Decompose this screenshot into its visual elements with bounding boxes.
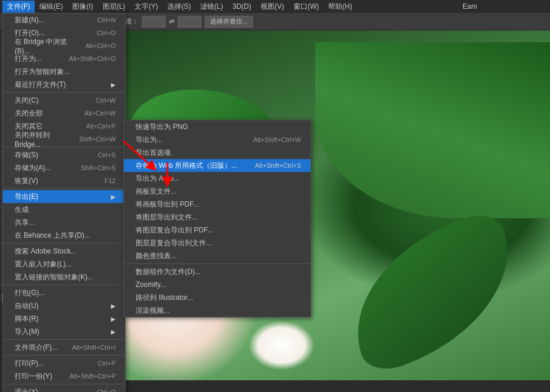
menu-search-stock[interactable]: 搜索 Adobe Stock... bbox=[3, 245, 125, 258]
export-render-video[interactable]: 渲染视频... bbox=[124, 304, 311, 317]
menu-revert[interactable]: 恢复(V) F12 bbox=[3, 174, 125, 187]
menu-print[interactable]: 打印(P)... Ctrl+P bbox=[3, 357, 125, 370]
menu-save-as[interactable]: 存储为(A)... Shift+Ctrl+S bbox=[3, 161, 125, 174]
menu-generate[interactable]: 生成 bbox=[3, 203, 125, 216]
menu-edit[interactable]: 编辑(E) bbox=[35, 1, 68, 13]
export-layer-comps[interactable]: 图层是复合导出到文件... bbox=[124, 236, 311, 249]
export-zoomify[interactable]: Zoomify... bbox=[124, 278, 311, 291]
export-aero[interactable]: 导出为 Aero... bbox=[124, 172, 311, 185]
sep7 bbox=[3, 355, 125, 356]
menu-quit[interactable]: 退出(X) Ctrl+Q bbox=[3, 386, 125, 392]
menu-export[interactable]: 导出(E) ▶ bbox=[3, 190, 125, 203]
menu-new[interactable]: 新建(N)... Ctrl+N bbox=[3, 13, 125, 26]
toolbar-opacity-input[interactable] bbox=[142, 16, 166, 28]
file-menu-dropdown: 新建(N)... Ctrl+N 打开(O)... Ctrl+O 在 Bridge… bbox=[2, 13, 126, 392]
menu-share[interactable]: 共享... bbox=[3, 216, 125, 229]
sep1 bbox=[3, 92, 125, 93]
export-artboards-pdf[interactable]: 将画板导出到 PDF... bbox=[124, 198, 311, 211]
menu-print-one[interactable]: 打印一份(Y) Alt+Shift+Ctrl+P bbox=[3, 370, 125, 383]
menu-bar: 文件(F) 编辑(E) 图像(I) 图层(L) 文字(Y) 选择(S) 滤镜(L… bbox=[0, 0, 550, 13]
menu-place-linked[interactable]: 置入链接的智能对象(K)... bbox=[3, 271, 125, 283]
menu-select[interactable]: 选择(S) bbox=[163, 1, 195, 13]
menu-file[interactable]: 文件(F) bbox=[2, 1, 35, 13]
menu-close-bridge[interactable]: 关闭并转到 Bridge... Shift+Ctrl+W bbox=[3, 133, 125, 146]
menu-view[interactable]: 视图(V) bbox=[256, 1, 289, 13]
export-artboards[interactable]: 画板至文件... bbox=[124, 185, 311, 198]
menu-text[interactable]: 文字(Y) bbox=[130, 1, 163, 13]
sep4 bbox=[3, 243, 125, 244]
export-color-lookup[interactable]: 颜色查找表... bbox=[124, 249, 311, 262]
export-quick[interactable]: 快速导出为 PNG bbox=[124, 120, 311, 133]
export-sep1 bbox=[124, 263, 311, 264]
menu-import[interactable]: 导入(M) ▶ bbox=[3, 325, 125, 338]
menu-scripts[interactable]: 脚本(R) ▶ bbox=[3, 312, 125, 325]
menu-layer[interactable]: 图层(L) bbox=[98, 1, 130, 13]
export-layers-pdf[interactable]: 将图层复合导出到 PDF... bbox=[124, 224, 311, 236]
toolbar-icon-area: ⇌ bbox=[169, 18, 174, 25]
sep6 bbox=[3, 339, 125, 340]
menu-open-smart[interactable]: 打开为智能对象... bbox=[3, 65, 125, 78]
menu-save[interactable]: 存储(S) Ctrl+S bbox=[3, 148, 125, 161]
menu-automate[interactable]: 自动(U) ▶ bbox=[3, 299, 125, 312]
menu-share-behance[interactable]: 在 Behance 上共享(D)... bbox=[3, 229, 125, 242]
menu-help[interactable]: 帮助(H) bbox=[323, 1, 357, 13]
export-layers-files[interactable]: 将图层导出到文件... bbox=[124, 211, 311, 224]
tab-label: Eam bbox=[463, 2, 477, 11]
export-submenu: 快速导出为 PNG 导出为... Alt+Shift+Ctrl+W 导出首选项 … bbox=[123, 120, 311, 317]
menu-bridge[interactable]: 在 Bridge 中浏览(B)... Alt+Ctrl+O bbox=[3, 39, 125, 52]
menu-3d[interactable]: 3D(D) bbox=[228, 1, 256, 12]
menu-file-info[interactable]: 文件简介(F)... Alt+Shift+Ctrl+I bbox=[3, 341, 125, 354]
export-as[interactable]: 导出为... Alt+Shift+Ctrl+W bbox=[124, 133, 311, 146]
menu-recent[interactable]: 最近打开文件(T) ▶ bbox=[3, 78, 125, 91]
export-prefs[interactable]: 导出首选项 bbox=[124, 146, 311, 159]
menu-image[interactable]: 图像(I) bbox=[68, 1, 97, 13]
sep3 bbox=[3, 188, 125, 189]
export-save-web[interactable]: 存储为 Web 所用格式（旧版）... Alt+Shift+Ctrl+S bbox=[124, 159, 311, 172]
menu-package[interactable]: 打包(G)... bbox=[3, 286, 125, 299]
sep5 bbox=[3, 285, 125, 285]
menu-close-all[interactable]: 关闭全部 Alt+Ctrl+W bbox=[3, 107, 125, 120]
export-data-sets[interactable]: 数据组作为文件(D)... bbox=[124, 265, 311, 278]
menu-open-as[interactable]: 打开为... Alt+Shift+Ctrl+O bbox=[3, 52, 125, 65]
export-paths[interactable]: 路径到 Illustrator... bbox=[124, 291, 311, 304]
select-mask-button[interactable]: 选择并遮住... bbox=[205, 16, 253, 28]
menu-filter[interactable]: 滤镜(L) bbox=[195, 1, 228, 13]
toolbar-height-input[interactable] bbox=[178, 16, 201, 28]
menu-close[interactable]: 关闭(C) Ctrl+W bbox=[3, 94, 125, 107]
menu-place-embed[interactable]: 置入嵌入对象(L)... bbox=[3, 258, 125, 271]
menu-window[interactable]: 窗口(W) bbox=[289, 1, 323, 13]
sep8 bbox=[3, 384, 125, 384]
